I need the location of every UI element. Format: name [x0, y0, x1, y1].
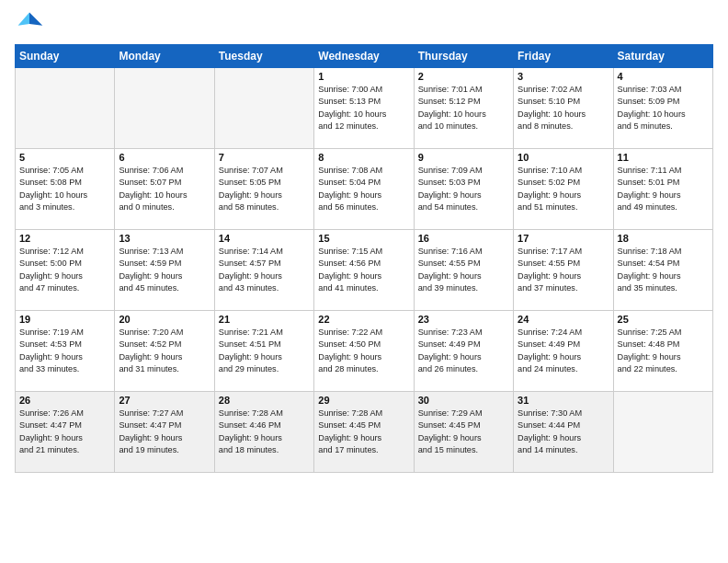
calendar-cell: 9Sunrise: 7:09 AMSunset: 5:03 PMDaylight… — [414, 149, 513, 230]
cell-info: Sunrise: 7:10 AMSunset: 5:02 PMDaylight:… — [518, 165, 609, 213]
cell-info: Sunrise: 7:09 AMSunset: 5:03 PMDaylight:… — [418, 165, 509, 213]
cell-info: Sunrise: 7:22 AMSunset: 4:50 PMDaylight:… — [318, 327, 409, 375]
cell-info: Sunrise: 7:24 AMSunset: 4:49 PMDaylight:… — [518, 327, 609, 375]
calendar-header-friday: Friday — [514, 45, 613, 68]
calendar-cell: 18Sunrise: 7:18 AMSunset: 4:54 PMDayligh… — [613, 230, 712, 311]
day-number: 18 — [618, 233, 709, 244]
cell-info: Sunrise: 7:23 AMSunset: 4:49 PMDaylight:… — [418, 327, 509, 375]
day-number: 24 — [518, 314, 609, 325]
cell-info: Sunrise: 7:13 AMSunset: 4:59 PMDaylight:… — [119, 246, 210, 294]
day-number: 9 — [418, 152, 509, 163]
day-number: 1 — [318, 71, 409, 82]
calendar-cell: 12Sunrise: 7:12 AMSunset: 5:00 PMDayligh… — [16, 230, 115, 311]
svg-marker-0 — [29, 13, 42, 26]
calendar-cell: 2Sunrise: 7:01 AMSunset: 5:12 PMDaylight… — [414, 68, 513, 149]
day-number: 19 — [19, 314, 110, 325]
calendar-cell: 5Sunrise: 7:05 AMSunset: 5:08 PMDaylight… — [16, 149, 115, 230]
cell-info: Sunrise: 7:20 AMSunset: 4:52 PMDaylight:… — [119, 327, 210, 375]
calendar-cell: 10Sunrise: 7:10 AMSunset: 5:02 PMDayligh… — [514, 149, 613, 230]
day-number: 6 — [119, 152, 210, 163]
calendar-cell: 1Sunrise: 7:00 AMSunset: 5:13 PMDaylight… — [314, 68, 414, 149]
cell-info: Sunrise: 7:05 AMSunset: 5:08 PMDaylight:… — [19, 165, 110, 213]
calendar-cell: 16Sunrise: 7:16 AMSunset: 4:55 PMDayligh… — [414, 230, 513, 311]
calendar-header-wednesday: Wednesday — [314, 45, 414, 68]
cell-info: Sunrise: 7:02 AMSunset: 5:10 PMDaylight:… — [518, 84, 609, 132]
calendar-cell: 11Sunrise: 7:11 AMSunset: 5:01 PMDayligh… — [613, 149, 712, 230]
calendar-week-row: 5Sunrise: 7:05 AMSunset: 5:08 PMDaylight… — [16, 149, 713, 230]
day-number: 4 — [618, 71, 709, 82]
calendar-cell: 30Sunrise: 7:29 AMSunset: 4:45 PMDayligh… — [414, 392, 513, 473]
calendar-cell: 6Sunrise: 7:06 AMSunset: 5:07 PMDaylight… — [115, 149, 214, 230]
day-number: 14 — [219, 233, 310, 244]
cell-info: Sunrise: 7:28 AMSunset: 4:46 PMDaylight:… — [219, 408, 310, 456]
calendar-cell: 4Sunrise: 7:03 AMSunset: 5:09 PMDaylight… — [613, 68, 712, 149]
day-number: 28 — [219, 395, 310, 406]
cell-info: Sunrise: 7:12 AMSunset: 5:00 PMDaylight:… — [19, 246, 110, 294]
day-number: 7 — [219, 152, 310, 163]
day-number: 30 — [418, 395, 509, 406]
day-number: 2 — [418, 71, 509, 82]
cell-info: Sunrise: 7:25 AMSunset: 4:48 PMDaylight:… — [618, 327, 709, 375]
calendar-cell: 15Sunrise: 7:15 AMSunset: 4:56 PMDayligh… — [314, 230, 414, 311]
cell-info: Sunrise: 7:26 AMSunset: 4:47 PMDaylight:… — [19, 408, 110, 456]
cell-info: Sunrise: 7:27 AMSunset: 4:47 PMDaylight:… — [119, 408, 210, 456]
calendar-week-row: 26Sunrise: 7:26 AMSunset: 4:47 PMDayligh… — [16, 392, 713, 473]
calendar-cell: 3Sunrise: 7:02 AMSunset: 5:10 PMDaylight… — [514, 68, 613, 149]
calendar-cell — [16, 68, 115, 149]
calendar-cell: 20Sunrise: 7:20 AMSunset: 4:52 PMDayligh… — [115, 311, 214, 392]
page: SundayMondayTuesdayWednesdayThursdayFrid… — [0, 0, 728, 563]
calendar-cell: 29Sunrise: 7:28 AMSunset: 4:45 PMDayligh… — [314, 392, 414, 473]
logo — [15, 9, 48, 39]
calendar-header-sunday: Sunday — [16, 45, 115, 68]
calendar-week-row: 19Sunrise: 7:19 AMSunset: 4:53 PMDayligh… — [16, 311, 713, 392]
calendar-cell: 7Sunrise: 7:07 AMSunset: 5:05 PMDaylight… — [214, 149, 313, 230]
cell-info: Sunrise: 7:28 AMSunset: 4:45 PMDaylight:… — [318, 408, 409, 456]
calendar-cell: 25Sunrise: 7:25 AMSunset: 4:48 PMDayligh… — [613, 311, 712, 392]
header — [15, 9, 713, 39]
day-number: 13 — [119, 233, 210, 244]
calendar-week-row: 1Sunrise: 7:00 AMSunset: 5:13 PMDaylight… — [16, 68, 713, 149]
day-number: 27 — [119, 395, 210, 406]
calendar-week-row: 12Sunrise: 7:12 AMSunset: 5:00 PMDayligh… — [16, 230, 713, 311]
calendar-cell: 26Sunrise: 7:26 AMSunset: 4:47 PMDayligh… — [16, 392, 115, 473]
calendar-cell: 14Sunrise: 7:14 AMSunset: 4:57 PMDayligh… — [214, 230, 313, 311]
svg-marker-1 — [18, 13, 29, 26]
cell-info: Sunrise: 7:30 AMSunset: 4:44 PMDaylight:… — [518, 408, 609, 456]
day-number: 5 — [19, 152, 110, 163]
cell-info: Sunrise: 7:16 AMSunset: 4:55 PMDaylight:… — [418, 246, 509, 294]
cell-info: Sunrise: 7:08 AMSunset: 5:04 PMDaylight:… — [318, 165, 409, 213]
calendar-cell: 22Sunrise: 7:22 AMSunset: 4:50 PMDayligh… — [314, 311, 414, 392]
day-number: 20 — [119, 314, 210, 325]
cell-info: Sunrise: 7:14 AMSunset: 4:57 PMDaylight:… — [219, 246, 310, 294]
calendar-header-row: SundayMondayTuesdayWednesdayThursdayFrid… — [16, 45, 713, 68]
calendar-header-thursday: Thursday — [414, 45, 513, 68]
cell-info: Sunrise: 7:00 AMSunset: 5:13 PMDaylight:… — [318, 84, 409, 132]
day-number: 8 — [318, 152, 409, 163]
cell-info: Sunrise: 7:01 AMSunset: 5:12 PMDaylight:… — [418, 84, 509, 132]
calendar-cell: 24Sunrise: 7:24 AMSunset: 4:49 PMDayligh… — [514, 311, 613, 392]
day-number: 10 — [518, 152, 609, 163]
calendar-cell: 31Sunrise: 7:30 AMSunset: 4:44 PMDayligh… — [514, 392, 613, 473]
day-number: 25 — [618, 314, 709, 325]
cell-info: Sunrise: 7:19 AMSunset: 4:53 PMDaylight:… — [19, 327, 110, 375]
calendar-cell — [115, 68, 214, 149]
day-number: 22 — [318, 314, 409, 325]
calendar-cell: 8Sunrise: 7:08 AMSunset: 5:04 PMDaylight… — [314, 149, 414, 230]
calendar-cell: 19Sunrise: 7:19 AMSunset: 4:53 PMDayligh… — [16, 311, 115, 392]
calendar-cell — [214, 68, 313, 149]
calendar-header-tuesday: Tuesday — [214, 45, 313, 68]
cell-info: Sunrise: 7:17 AMSunset: 4:55 PMDaylight:… — [518, 246, 609, 294]
cell-info: Sunrise: 7:15 AMSunset: 4:56 PMDaylight:… — [318, 246, 409, 294]
calendar-cell: 27Sunrise: 7:27 AMSunset: 4:47 PMDayligh… — [115, 392, 214, 473]
cell-info: Sunrise: 7:18 AMSunset: 4:54 PMDaylight:… — [618, 246, 709, 294]
calendar-cell: 13Sunrise: 7:13 AMSunset: 4:59 PMDayligh… — [115, 230, 214, 311]
calendar-cell: 17Sunrise: 7:17 AMSunset: 4:55 PMDayligh… — [514, 230, 613, 311]
day-number: 23 — [418, 314, 509, 325]
day-number: 21 — [219, 314, 310, 325]
calendar-cell: 23Sunrise: 7:23 AMSunset: 4:49 PMDayligh… — [414, 311, 513, 392]
day-number: 17 — [518, 233, 609, 244]
day-number: 31 — [518, 395, 609, 406]
day-number: 16 — [418, 233, 509, 244]
calendar-cell — [613, 392, 712, 473]
day-number: 11 — [618, 152, 709, 163]
